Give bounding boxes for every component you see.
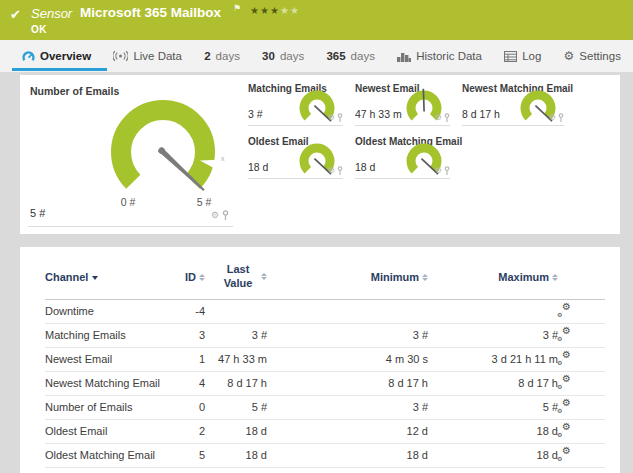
gauge-value: 5 #	[30, 207, 45, 219]
channel-name: Matching Emails	[45, 329, 165, 341]
gauge-value: 18 d	[355, 161, 375, 173]
sort-icon	[552, 274, 558, 281]
channel-id: 5	[165, 449, 205, 461]
tab-live-data[interactable]: Live Data	[111, 40, 184, 72]
gear-icon[interactable]: ⚙	[435, 114, 442, 122]
pin-icon[interactable]	[444, 113, 450, 122]
channel-name: Newest Matching Email	[45, 377, 165, 389]
status-check-icon: ✔	[10, 7, 21, 22]
column-header-minimum[interactable]: Minimum	[267, 271, 428, 283]
channel-maximum: 5 #	[428, 401, 558, 413]
sort-desc-icon	[92, 276, 98, 280]
channel-minimum: 3 #	[267, 401, 428, 413]
gear-icon: ⚙	[564, 49, 575, 63]
gauge-scale-min: 0 #	[121, 196, 136, 208]
edit-channel-gear-icon[interactable]: ⚙⚙	[558, 328, 571, 340]
channel-minimum: 3 #	[267, 329, 428, 341]
channel-name: Oldest Matching Email	[45, 449, 165, 461]
table-body: Downtime -4 ⚙⚙ Matching Emails 3 3 # 3 #…	[45, 300, 605, 468]
channel-minimum: 4 m 30 s	[267, 353, 428, 365]
pin-icon[interactable]	[444, 166, 450, 175]
pin-icon[interactable]	[337, 166, 343, 175]
channel-id: 1	[165, 353, 205, 365]
channel-id: 2	[165, 425, 205, 437]
gauge-cell: Newest Matching Email 8 d 17 h ⚙	[462, 82, 564, 126]
tab-settings[interactable]: ⚙ Settings	[562, 40, 623, 72]
tab-log[interactable]: Log	[502, 40, 543, 72]
live-data-icon	[113, 50, 128, 62]
channel-minimum: 12 d	[267, 425, 428, 437]
column-header-id[interactable]: ID	[165, 271, 205, 283]
gear-icon[interactable]: ⚙	[328, 114, 335, 122]
table-header-row: Channel ID Last Value Minimum Maximum	[45, 259, 605, 300]
pin-icon[interactable]	[222, 210, 229, 220]
tab-overview[interactable]: Overview	[20, 40, 93, 72]
gauge-cell: Oldest Email 18 d ⚙	[248, 135, 343, 179]
column-header-last-value[interactable]: Last Value	[205, 263, 267, 291]
gauge-cell: Matching Emails 3 # ⚙	[248, 82, 343, 126]
channel-minimum: 18 d	[267, 449, 428, 461]
main-gauge-cell: Number of Emails x 0 # 5 # 5 # ⚙	[28, 81, 233, 227]
channel-name: Newest Email	[45, 353, 165, 365]
gauges-panel: Number of Emails x 0 # 5 # 5 # ⚙	[20, 75, 620, 234]
table-row[interactable]: Matching Emails 3 3 # 3 # 3 # ⚙⚙	[45, 324, 605, 348]
channel-maximum: 3 #	[428, 329, 558, 341]
chart-icon	[397, 51, 411, 62]
tab-2-days[interactable]: 2 days	[202, 40, 242, 72]
channel-maximum: 18 d	[428, 449, 558, 461]
gauge-cell: Oldest Matching Email 18 d ⚙	[355, 135, 450, 179]
star-icon[interactable]: ★	[280, 5, 290, 16]
column-header-channel[interactable]: Channel	[45, 271, 165, 283]
edit-channel-gear-icon[interactable]: ⚙⚙	[558, 304, 571, 316]
channel-id: 0	[165, 401, 205, 413]
channel-minimum: 8 d 17 h	[267, 377, 428, 389]
edit-channel-gear-icon[interactable]: ⚙⚙	[558, 448, 571, 460]
edit-channel-gear-icon[interactable]: ⚙⚙	[558, 400, 571, 412]
channel-maximum: 8 d 17 h	[428, 377, 558, 389]
channel-last-value: 3 #	[205, 329, 267, 341]
main-gauge-chart: x 0 # 5 #	[28, 99, 238, 211]
pin-icon[interactable]	[337, 113, 343, 122]
gauge-scale-max: 5 #	[197, 196, 212, 208]
gauge-value: 8 d 17 h	[462, 108, 500, 120]
channel-id: -4	[165, 305, 205, 317]
sensor-kind-label: Sensor	[31, 6, 72, 21]
priority-stars[interactable]: ★★★★★	[250, 5, 300, 16]
pin-icon[interactable]	[558, 113, 564, 122]
channel-id: 3	[165, 329, 205, 341]
gauge-value: 18 d	[248, 161, 268, 173]
gauge-max-marker-icon: x	[221, 155, 225, 162]
channels-table: Channel ID Last Value Minimum Maximum Do…	[45, 259, 605, 468]
edit-channel-gear-icon[interactable]: ⚙⚙	[558, 352, 571, 364]
table-row[interactable]: Newest Matching Email 4 8 d 17 h 8 d 17 …	[45, 372, 605, 396]
star-icon[interactable]: ★	[270, 5, 280, 16]
channel-name: Oldest Email	[45, 425, 165, 437]
gear-icon[interactable]: ⚙	[549, 114, 556, 122]
table-row[interactable]: Downtime -4 ⚙⚙	[45, 300, 605, 324]
channel-maximum: 18 d	[428, 425, 558, 437]
column-header-maximum[interactable]: Maximum	[428, 271, 558, 283]
channel-last-value: 8 d 17 h	[205, 377, 267, 389]
gear-icon[interactable]: ⚙	[211, 211, 219, 220]
tab-bar: Overview Live Data 2 days 30 days 365 da…	[0, 40, 633, 72]
table-row[interactable]: Oldest Email 2 18 d 12 d 18 d ⚙⚙	[45, 420, 605, 444]
tab-historic-data[interactable]: Historic Data	[395, 40, 484, 72]
prtg-sensor-page: ✔ Sensor Microsoft 365 Mailbox ⚑ ★★★★★ O…	[0, 0, 633, 473]
edit-channel-gear-icon[interactable]: ⚙⚙	[558, 376, 571, 388]
gauge-value: 47 h 33 m	[355, 108, 402, 120]
tab-30-days[interactable]: 30 days	[260, 40, 306, 72]
star-icon[interactable]: ★	[250, 5, 260, 16]
table-row[interactable]: Newest Email 1 47 h 33 m 4 m 30 s 3 d 21…	[45, 348, 605, 372]
gear-icon[interactable]: ⚙	[328, 167, 335, 175]
star-icon[interactable]: ★	[290, 5, 300, 16]
flag-icon[interactable]: ⚑	[233, 3, 241, 13]
edit-channel-gear-icon[interactable]: ⚙⚙	[558, 424, 571, 436]
table-row[interactable]: Oldest Matching Email 5 18 d 18 d 18 d ⚙…	[45, 444, 605, 468]
tab-365-days[interactable]: 365 days	[324, 40, 376, 72]
channel-maximum: 3 d 21 h 11 m	[428, 353, 558, 365]
star-icon[interactable]: ★	[260, 5, 270, 16]
table-row[interactable]: Number of Emails 0 5 # 3 # 5 # ⚙⚙	[45, 396, 605, 420]
gauge-value: 3 #	[248, 108, 263, 120]
gear-icon[interactable]: ⚙	[435, 167, 442, 175]
channel-last-value: 47 h 33 m	[205, 353, 267, 365]
